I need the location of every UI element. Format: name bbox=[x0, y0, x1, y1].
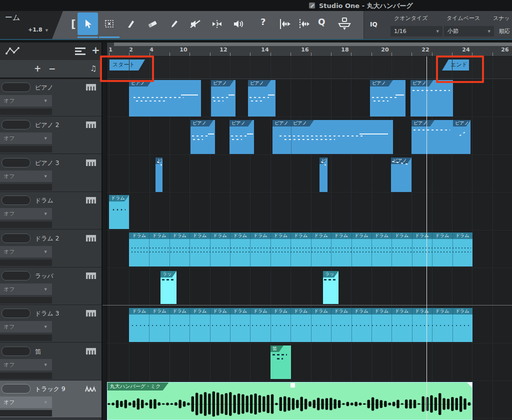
quantize-button[interactable]: Q bbox=[318, 17, 325, 27]
add-channel-icon[interactable]: + bbox=[92, 44, 100, 56]
midi-notes bbox=[136, 100, 166, 102]
track-monitor-dropdown[interactable]: オフ▼ bbox=[0, 170, 52, 182]
fade-handle[interactable] bbox=[467, 382, 472, 388]
add-track-button[interactable]: + bbox=[34, 64, 41, 74]
clip-label: ドラム bbox=[372, 308, 392, 314]
midi-clip[interactable]: ピアノピアノ bbox=[272, 120, 393, 154]
track-volume-slider[interactable] bbox=[2, 308, 30, 318]
track-header-6[interactable]: ラッパオフ▼ bbox=[0, 268, 102, 305]
track-volume-slider[interactable] bbox=[2, 158, 30, 168]
music-note-icon[interactable]: ♫ bbox=[90, 64, 96, 73]
ruler-bar-label: 20 bbox=[381, 46, 388, 53]
track-monitor-dropdown[interactable]: オフ▼ bbox=[0, 321, 52, 332]
midi-clip[interactable]: ピアノ bbox=[230, 120, 254, 154]
midi-clip[interactable]: ピアノ bbox=[211, 80, 236, 116]
midi-notes bbox=[162, 279, 174, 280]
quantize-dropdown[interactable]: 1/16▼ bbox=[390, 26, 442, 36]
track-header-9[interactable]: トラック 9オフ▼ bbox=[0, 380, 102, 418]
midi-notes bbox=[192, 136, 209, 136]
track-volume-slider[interactable] bbox=[2, 271, 30, 280]
track-volume-slider[interactable] bbox=[2, 120, 30, 130]
track-monitor-dropdown[interactable]: オフ▼ bbox=[0, 396, 52, 408]
track-monitor-dropdown[interactable]: オフ▼ bbox=[0, 208, 52, 220]
track-volume-slider[interactable] bbox=[2, 234, 30, 243]
track-volume-slider[interactable] bbox=[2, 384, 30, 394]
mute-tool-button[interactable] bbox=[185, 12, 206, 35]
track-monitor-dropdown[interactable]: オフ▼ bbox=[0, 246, 52, 258]
arrow-tool-button[interactable] bbox=[78, 12, 98, 35]
clip-label: ドラム bbox=[210, 308, 230, 314]
midi-clip[interactable]: ピ bbox=[320, 158, 328, 192]
midi-clip[interactable]: ピアノ bbox=[129, 80, 201, 116]
monitor-value: オフ bbox=[4, 248, 15, 255]
macros-button[interactable] bbox=[334, 12, 354, 35]
timebase-dropdown[interactable]: 小節▼ bbox=[444, 26, 494, 36]
midi-clip[interactable]: ピアノ bbox=[453, 120, 470, 154]
track-volume-slider[interactable] bbox=[2, 346, 30, 356]
midi-clip[interactable]: ピアノ bbox=[410, 80, 453, 116]
clip-label: ドラム bbox=[452, 232, 472, 239]
paint-tool-button[interactable] bbox=[164, 12, 184, 35]
split-tool-button[interactable] bbox=[120, 12, 141, 35]
midi-clip[interactable]: ピアノ bbox=[370, 80, 406, 116]
track-monitor-dropdown[interactable]: オフ▼ bbox=[0, 359, 52, 370]
automation-icon[interactable] bbox=[5, 46, 20, 56]
help-icon[interactable]: ? bbox=[260, 16, 266, 27]
track-monitor-dropdown[interactable]: オフ▼ bbox=[0, 284, 52, 295]
playhead[interactable] bbox=[426, 56, 427, 420]
track-header-2[interactable]: ピアノ 2オフ▼ bbox=[0, 116, 102, 154]
midi-notes bbox=[268, 94, 274, 96]
iq-label[interactable]: IQ bbox=[370, 21, 378, 28]
arrange-area[interactable]: 124101214161820222426 スタートエンド ピアノピアノピアノピ… bbox=[102, 42, 512, 420]
midi-notes bbox=[212, 97, 230, 98]
midi-clip[interactable]: ピ bbox=[156, 158, 162, 192]
audio-clip[interactable]: 丸大ハンバーグ・ミク bbox=[107, 382, 472, 420]
clip-volume-handle[interactable] bbox=[290, 383, 295, 388]
track-name: ドラム 2 bbox=[35, 234, 59, 243]
midi-clip[interactable]: ラッ bbox=[323, 271, 338, 304]
midi-clip[interactable]: ピアノ bbox=[391, 158, 412, 192]
midi-clip[interactable]: ピアノ bbox=[248, 80, 276, 116]
clip-label: ドラム bbox=[311, 232, 331, 239]
clip-label: ドラム bbox=[270, 308, 290, 314]
audiobend-left-button[interactable] bbox=[274, 12, 294, 35]
midi-clip[interactable]: ラッ bbox=[160, 271, 176, 304]
audiobend-right-button[interactable] bbox=[292, 12, 313, 35]
midi-notes bbox=[193, 139, 204, 140]
remove-track-button[interactable]: − bbox=[48, 64, 56, 74]
timebase-value: 小節 bbox=[448, 28, 458, 34]
track-header-4[interactable]: ドラムオフ▼ bbox=[0, 192, 102, 230]
chevron-down-icon: ▼ bbox=[436, 26, 439, 37]
midi-clip[interactable]: ドラム bbox=[109, 195, 129, 229]
snap-dropdown[interactable]: 順応 bbox=[496, 26, 512, 36]
track-header-7[interactable]: ドラム 3オフ▼ bbox=[0, 305, 102, 342]
track-header-5[interactable]: ドラム 2オフ▼ bbox=[0, 230, 102, 268]
track-list-header: + bbox=[0, 42, 102, 60]
track-volume-slider[interactable] bbox=[2, 82, 30, 92]
ruler-tick bbox=[170, 52, 170, 56]
midi-clip[interactable]: ピアノ bbox=[412, 120, 453, 154]
track-header-3[interactable]: ピアノ 3オフ▼ bbox=[0, 154, 102, 192]
eraser-tool-button[interactable] bbox=[142, 12, 162, 35]
track-monitor-dropdown[interactable]: オフ▼ bbox=[0, 132, 52, 144]
midi-notes bbox=[277, 358, 283, 360]
range-tool-button[interactable] bbox=[99, 12, 120, 35]
track-list-icon[interactable] bbox=[75, 47, 86, 55]
bend-tool-button[interactable] bbox=[206, 12, 227, 35]
midi-clip[interactable]: ドラムドラムドラムドラムドラムドラムドラムドラムドラムドラムドラムドラムドラムド… bbox=[129, 232, 472, 266]
clip-label: ドラム bbox=[432, 308, 452, 314]
waveform bbox=[108, 386, 472, 418]
track-header-1[interactable]: ピアノオフ▼ bbox=[0, 79, 102, 116]
midi-clip[interactable]: 笛 bbox=[270, 346, 291, 379]
track-monitor-dropdown[interactable]: オフ▼ bbox=[0, 95, 52, 106]
midi-notes bbox=[324, 279, 336, 280]
midi-clip[interactable]: ドラムドラムドラムドラムドラムドラムドラムドラムドラムドラムドラムドラムドラムド… bbox=[129, 308, 472, 342]
timeline-ruler[interactable]: 124101214161820222426 bbox=[102, 42, 512, 56]
track-volume-slider[interactable] bbox=[2, 196, 30, 205]
track-header-8[interactable]: 笛オフ▼ bbox=[0, 343, 102, 380]
listen-tool-button[interactable] bbox=[228, 12, 248, 35]
clip-label: ドラム bbox=[170, 232, 190, 239]
track-row-separator bbox=[106, 343, 512, 344]
midi-clip[interactable]: ピアノ bbox=[190, 120, 215, 154]
tempo-panel[interactable]: ーム +1.8▼ bbox=[0, 11, 63, 39]
